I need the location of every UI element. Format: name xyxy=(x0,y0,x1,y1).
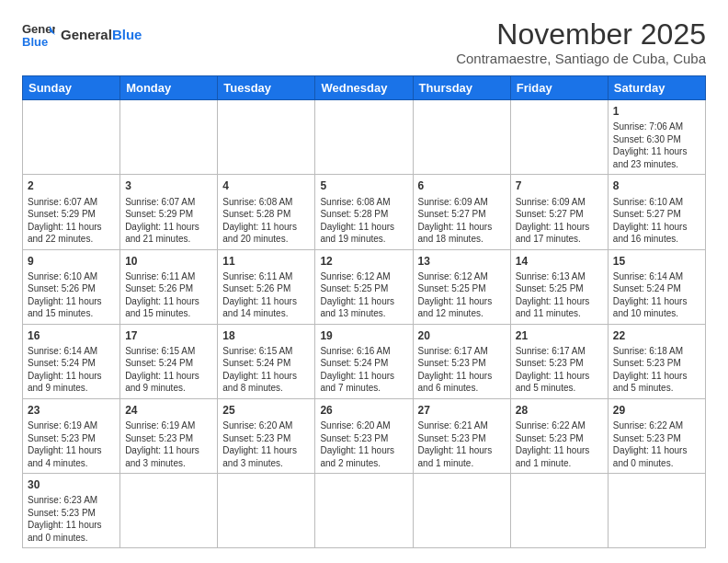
day-number: 30 xyxy=(28,477,115,492)
day-cell: 14Sunrise: 6:13 AM Sunset: 5:25 PM Dayli… xyxy=(510,249,608,324)
day-cell: 8Sunrise: 6:10 AM Sunset: 5:27 PM Daylig… xyxy=(608,175,705,249)
day-cell: 6Sunrise: 6:09 AM Sunset: 5:27 PM Daylig… xyxy=(413,175,510,249)
day-cell xyxy=(413,100,510,175)
day-cell: 2Sunrise: 6:07 AM Sunset: 5:29 PM Daylig… xyxy=(23,175,120,249)
day-number: 19 xyxy=(320,328,407,343)
day-cell: 28Sunrise: 6:22 AM Sunset: 5:23 PM Dayli… xyxy=(510,398,608,473)
day-info: Sunrise: 6:14 AM Sunset: 5:24 PM Dayligh… xyxy=(613,270,700,320)
title-area: November 2025 Contramaestre, Santiago de… xyxy=(456,18,706,66)
day-number: 27 xyxy=(418,403,506,418)
day-info: Sunrise: 6:08 AM Sunset: 5:28 PM Dayligh… xyxy=(222,196,310,246)
day-cell xyxy=(315,474,413,548)
day-info: Sunrise: 6:21 AM Sunset: 5:23 PM Dayligh… xyxy=(418,419,506,469)
day-cell: 16Sunrise: 6:14 AM Sunset: 5:24 PM Dayli… xyxy=(23,324,120,398)
day-number: 6 xyxy=(418,178,506,193)
day-info: Sunrise: 6:15 AM Sunset: 5:24 PM Dayligh… xyxy=(125,345,212,395)
day-number: 15 xyxy=(613,254,700,269)
day-info: Sunrise: 6:12 AM Sunset: 5:25 PM Dayligh… xyxy=(418,270,506,320)
week-row-1: 2Sunrise: 6:07 AM Sunset: 5:29 PM Daylig… xyxy=(23,175,706,249)
calendar: SundayMondayTuesdayWednesdayThursdayFrid… xyxy=(22,75,706,548)
day-cell xyxy=(218,100,315,175)
day-cell: 29Sunrise: 6:22 AM Sunset: 5:23 PM Dayli… xyxy=(608,398,705,473)
day-number: 1 xyxy=(613,104,700,119)
day-number: 21 xyxy=(516,328,603,343)
day-cell: 30Sunrise: 6:23 AM Sunset: 5:23 PM Dayli… xyxy=(23,474,120,548)
day-info: Sunrise: 6:09 AM Sunset: 5:27 PM Dayligh… xyxy=(418,196,506,246)
day-cell: 9Sunrise: 6:10 AM Sunset: 5:26 PM Daylig… xyxy=(23,249,120,324)
day-number: 16 xyxy=(28,328,115,343)
day-cell: 13Sunrise: 6:12 AM Sunset: 5:25 PM Dayli… xyxy=(413,249,510,324)
month-title: November 2025 xyxy=(456,18,706,51)
day-number: 18 xyxy=(222,328,310,343)
day-number: 8 xyxy=(613,178,700,193)
day-info: Sunrise: 6:22 AM Sunset: 5:23 PM Dayligh… xyxy=(613,419,700,469)
day-number: 26 xyxy=(320,403,407,418)
day-info: Sunrise: 6:11 AM Sunset: 5:26 PM Dayligh… xyxy=(125,270,212,320)
day-info: Sunrise: 6:19 AM Sunset: 5:23 PM Dayligh… xyxy=(28,419,115,469)
day-info: Sunrise: 6:20 AM Sunset: 5:23 PM Dayligh… xyxy=(320,419,407,469)
day-info: Sunrise: 6:08 AM Sunset: 5:28 PM Dayligh… xyxy=(320,196,407,246)
day-cell xyxy=(315,100,413,175)
week-row-3: 16Sunrise: 6:14 AM Sunset: 5:24 PM Dayli… xyxy=(23,324,706,398)
logo: General Blue GeneralBlue xyxy=(22,18,142,52)
day-cell: 17Sunrise: 6:15 AM Sunset: 5:24 PM Dayli… xyxy=(120,324,218,398)
weekday-header-thursday: Thursday xyxy=(413,76,510,100)
day-cell xyxy=(413,474,510,548)
day-info: Sunrise: 6:13 AM Sunset: 5:25 PM Dayligh… xyxy=(516,270,603,320)
day-number: 14 xyxy=(516,254,603,269)
day-cell: 4Sunrise: 6:08 AM Sunset: 5:28 PM Daylig… xyxy=(218,175,315,249)
subtitle: Contramaestre, Santiago de Cuba, Cuba xyxy=(456,51,706,66)
day-cell: 27Sunrise: 6:21 AM Sunset: 5:23 PM Dayli… xyxy=(413,398,510,473)
day-cell: 22Sunrise: 6:18 AM Sunset: 5:23 PM Dayli… xyxy=(608,324,705,398)
day-number: 25 xyxy=(222,403,310,418)
weekday-header-saturday: Saturday xyxy=(608,76,705,100)
weekday-header-tuesday: Tuesday xyxy=(218,76,315,100)
week-row-5: 30Sunrise: 6:23 AM Sunset: 5:23 PM Dayli… xyxy=(23,474,706,548)
day-number: 12 xyxy=(320,254,407,269)
day-info: Sunrise: 6:18 AM Sunset: 5:23 PM Dayligh… xyxy=(613,345,700,395)
day-cell: 10Sunrise: 6:11 AM Sunset: 5:26 PM Dayli… xyxy=(120,249,218,324)
day-cell: 21Sunrise: 6:17 AM Sunset: 5:23 PM Dayli… xyxy=(510,324,608,398)
day-number: 11 xyxy=(222,254,310,269)
day-number: 2 xyxy=(28,178,115,193)
day-cell: 20Sunrise: 6:17 AM Sunset: 5:23 PM Dayli… xyxy=(413,324,510,398)
day-cell: 15Sunrise: 6:14 AM Sunset: 5:24 PM Dayli… xyxy=(608,249,705,324)
day-number: 29 xyxy=(613,403,700,418)
day-info: Sunrise: 6:07 AM Sunset: 5:29 PM Dayligh… xyxy=(125,196,212,246)
weekday-header-friday: Friday xyxy=(510,76,608,100)
week-row-0: 1Sunrise: 7:06 AM Sunset: 6:30 PM Daylig… xyxy=(23,100,706,175)
day-number: 24 xyxy=(125,403,212,418)
day-cell: 12Sunrise: 6:12 AM Sunset: 5:25 PM Dayli… xyxy=(315,249,413,324)
day-cell xyxy=(120,100,218,175)
logo-icon: General Blue xyxy=(22,18,55,52)
day-number: 3 xyxy=(125,178,212,193)
day-number: 17 xyxy=(125,328,212,343)
day-info: Sunrise: 6:22 AM Sunset: 5:23 PM Dayligh… xyxy=(516,419,603,469)
day-number: 10 xyxy=(125,254,212,269)
day-cell: 24Sunrise: 6:19 AM Sunset: 5:23 PM Dayli… xyxy=(120,398,218,473)
day-cell xyxy=(510,474,608,548)
day-info: Sunrise: 6:16 AM Sunset: 5:24 PM Dayligh… xyxy=(320,345,407,395)
day-info: Sunrise: 6:12 AM Sunset: 5:25 PM Dayligh… xyxy=(320,270,407,320)
day-info: Sunrise: 6:14 AM Sunset: 5:24 PM Dayligh… xyxy=(28,345,115,395)
day-cell xyxy=(120,474,218,548)
day-info: Sunrise: 6:10 AM Sunset: 5:27 PM Dayligh… xyxy=(613,196,700,246)
logo-blue: Blue xyxy=(112,27,142,42)
day-info: Sunrise: 6:19 AM Sunset: 5:23 PM Dayligh… xyxy=(125,419,212,469)
day-number: 28 xyxy=(516,403,603,418)
day-info: Sunrise: 6:10 AM Sunset: 5:26 PM Dayligh… xyxy=(28,270,115,320)
day-info: Sunrise: 6:17 AM Sunset: 5:23 PM Dayligh… xyxy=(516,345,603,395)
day-info: Sunrise: 6:07 AM Sunset: 5:29 PM Dayligh… xyxy=(28,196,115,246)
day-number: 4 xyxy=(222,178,310,193)
day-info: Sunrise: 6:11 AM Sunset: 5:26 PM Dayligh… xyxy=(222,270,310,320)
header: General Blue GeneralBlue November 2025 C… xyxy=(22,18,706,66)
day-cell: 19Sunrise: 6:16 AM Sunset: 5:24 PM Dayli… xyxy=(315,324,413,398)
logo-general: General xyxy=(61,27,112,42)
day-cell: 26Sunrise: 6:20 AM Sunset: 5:23 PM Dayli… xyxy=(315,398,413,473)
day-cell: 18Sunrise: 6:15 AM Sunset: 5:24 PM Dayli… xyxy=(218,324,315,398)
day-cell: 25Sunrise: 6:20 AM Sunset: 5:23 PM Dayli… xyxy=(218,398,315,473)
day-cell xyxy=(23,100,120,175)
day-cell xyxy=(608,474,705,548)
day-cell: 3Sunrise: 6:07 AM Sunset: 5:29 PM Daylig… xyxy=(120,175,218,249)
day-info: Sunrise: 7:06 AM Sunset: 6:30 PM Dayligh… xyxy=(613,121,700,170)
